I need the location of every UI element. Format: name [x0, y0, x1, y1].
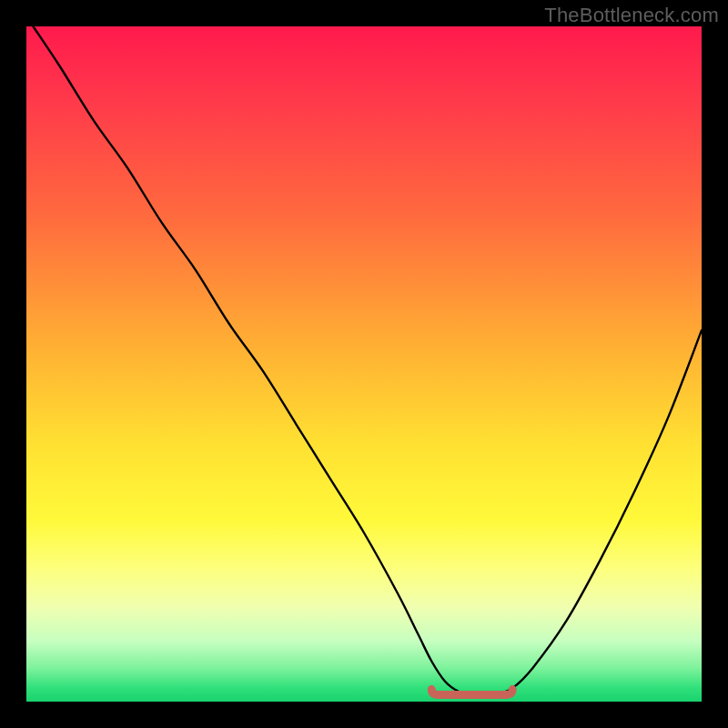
optimal-range-marker — [26, 26, 702, 702]
plot-area — [26, 26, 702, 702]
watermark-text: TheBottleneck.com — [544, 4, 719, 27]
chart-frame: TheBottleneck.com — [0, 0, 728, 728]
